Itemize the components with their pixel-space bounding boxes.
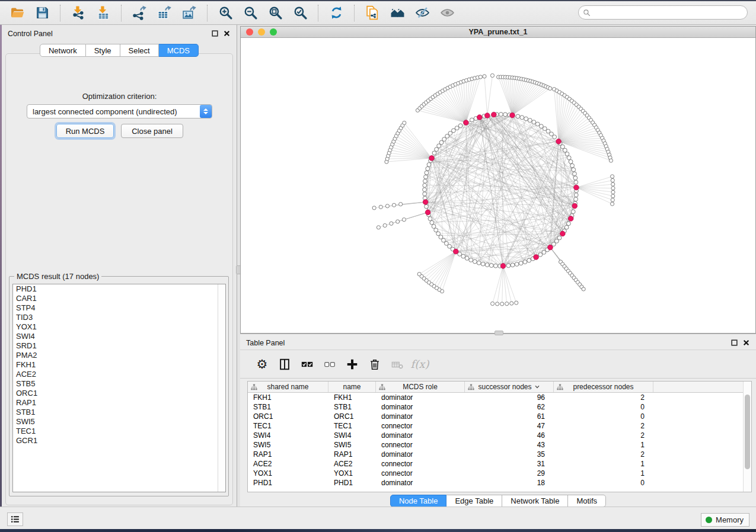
mcds-result-node[interactable]: RAP1 [13,398,225,408]
run-mcds-button[interactable]: Run MCDS [56,124,114,138]
table-row[interactable]: ACE2ACE2connector311 [248,459,751,469]
delete-columns-button[interactable] [366,355,384,373]
tab-motifs[interactable]: Motifs [568,495,606,507]
table-row[interactable]: FKH1FKH1dominator962 [248,393,751,402]
table-row[interactable]: YOX1YOX1connector291 [248,469,751,478]
search-box[interactable] [578,5,748,20]
maximize-window-icon[interactable] [270,28,277,36]
mcds-result-node[interactable]: STB1 [13,408,225,417]
search-input[interactable] [594,7,747,18]
column-header-name[interactable]: name [328,382,376,392]
clone-network-button[interactable] [363,4,381,22]
table-row[interactable]: SWI5SWI5connector431 [248,440,751,450]
zoom-selected-icon [293,5,308,20]
mcds-result-node[interactable]: STB5 [13,379,225,389]
memory-button[interactable]: Memory [701,513,749,527]
table-row[interactable]: ORC1ORC1dominator610 [248,412,751,421]
table-cell: 31 [465,460,554,468]
select-all-icon [301,358,314,371]
zoom-selected-button[interactable] [291,4,309,22]
column-header-MCDS-role[interactable]: MCDS role [376,382,465,392]
table-scrollbar[interactable] [743,382,751,492]
mcds-result-node[interactable]: FKH1 [13,360,225,370]
network-view-titlebar[interactable]: YPA_prune.txt_1 [241,27,755,38]
zoom-out-button[interactable] [241,4,259,22]
trash-icon [368,358,381,371]
network-canvas[interactable] [241,38,755,333]
export-image-button[interactable] [180,4,198,22]
table-settings-button[interactable]: ⚙ [253,355,271,373]
mcds-result-group: MCDS result (17 nodes) PHD1CAR1STP4TID3Y… [9,276,229,496]
mcds-result-node[interactable]: STP4 [13,303,225,313]
tab-style[interactable]: Style [86,44,120,57]
column-header-predecessor-nodes[interactable]: predecessor nodes [554,382,653,392]
result-list-scrollbar[interactable] [218,284,225,492]
mcds-result-node[interactable]: PMA2 [13,351,225,360]
mcds-result-node[interactable]: CAR1 [13,294,225,303]
node-table[interactable]: shared namenameMCDS rolesuccessor nodesp… [247,381,752,492]
select-all-columns-button[interactable] [298,355,316,373]
mcds-result-node[interactable]: GCR1 [13,436,225,446]
float-panel-icon[interactable] [731,339,738,347]
column-header-shared-name[interactable]: shared name [248,382,328,392]
tab-edge-table[interactable]: Edge Table [446,495,502,507]
table-scrollbar-thumb[interactable] [745,395,750,469]
mcds-result-node[interactable]: TID3 [13,313,225,322]
unselect-all-columns-button[interactable] [321,355,339,373]
tab-network[interactable]: Network [40,44,86,57]
tab-network-table[interactable]: Network Table [502,495,568,507]
memory-label: Memory [716,515,744,524]
show-columns-button[interactable] [276,355,294,373]
zoom-in-button[interactable] [216,4,234,22]
save-session-button[interactable] [33,4,51,22]
mcds-result-node[interactable]: SRD1 [13,341,225,351]
mcds-result-node[interactable]: ORC1 [13,389,225,398]
memory-status-icon [706,517,712,523]
import-network-button[interactable] [69,4,87,22]
column-header-successor-nodes[interactable]: successor nodes [465,382,554,392]
close-panel-icon[interactable] [223,30,231,37]
create-column-button[interactable] [343,355,361,373]
export-table-button[interactable] [155,4,173,22]
close-panel-button[interactable]: Close panel [121,124,183,138]
table-cell: connector [376,422,465,430]
table-cell: 96 [465,393,554,402]
panel-selector-button[interactable] [7,512,23,526]
mcds-result-node[interactable]: TEC1 [13,427,225,436]
toolbar-separator [207,5,208,21]
zoom-fit-button[interactable] [266,4,284,22]
table-row[interactable]: SWI4SWI4dominator462 [248,431,751,440]
mcds-result-node[interactable]: ACE2 [13,370,225,379]
show-all-networks-button[interactable] [388,4,406,22]
mcds-result-node[interactable]: SWI4 [13,332,225,341]
hide-selected-button[interactable] [413,4,431,22]
table-row[interactable]: PHD1PHD1dominator180 [248,478,751,488]
table-cell: 47 [465,422,554,430]
close-window-icon[interactable] [246,28,253,36]
mcds-result-node[interactable]: SWI5 [13,417,225,427]
open-session-button[interactable] [8,4,26,22]
float-panel-icon[interactable] [211,30,219,37]
mcds-result-node[interactable]: PHD1 [13,284,225,294]
horizontal-splitter-handle[interactable] [495,331,503,335]
import-network-icon [71,5,86,20]
column-label: predecessor nodes [573,383,633,391]
table-row[interactable]: TEC1TEC1connector472 [248,421,751,431]
criterion-dropdown[interactable]: largest connected component (undirected) [27,104,212,118]
export-network-button[interactable] [130,4,148,22]
mcds-result-node[interactable]: YOX1 [13,322,225,332]
refresh-button[interactable] [327,4,345,22]
table-cell: PHD1 [328,479,376,487]
import-table-button[interactable] [94,4,112,22]
tab-node-table[interactable]: Node Table [390,495,447,507]
table-cell: TEC1 [248,422,328,430]
mcds-result-list[interactable]: PHD1CAR1STP4TID3YOX1SWI4SRD1PMA2FKH1ACE2… [12,284,226,492]
tab-select[interactable]: Select [120,44,159,57]
table-row[interactable]: RAP1RAP1dominator352 [248,450,751,459]
minimize-window-icon[interactable] [258,28,265,36]
close-panel-icon[interactable] [742,339,750,347]
table-row[interactable]: STB1STB1dominator620 [248,402,751,412]
tab-mcds[interactable]: MCDS [159,44,199,57]
table-cell: dominator [376,450,465,459]
table-cell: 2 [554,422,653,430]
